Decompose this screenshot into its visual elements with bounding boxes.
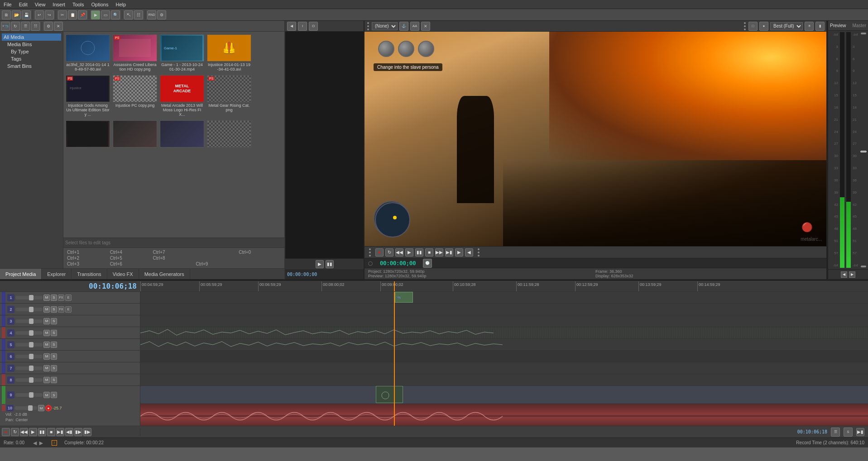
timeline-end-btn[interactable]: ▮▶ [83,428,91,436]
track-6-clip[interactable]: 📹 [395,292,413,303]
menu-tools[interactable]: Tools [69,1,88,8]
select-tool[interactable]: ▭ [101,10,110,19]
timeline-snap-to-btn[interactable]: S [844,428,853,437]
master-fader-bottom[interactable] [861,266,866,267]
trim-out-btn[interactable]: O [309,22,318,31]
trim-prev-btn[interactable]: ◀ [287,22,296,31]
snap-btn[interactable]: ⛏ [124,10,133,19]
track-mute-7[interactable]: M [43,365,50,371]
preview-aa-btn[interactable]: AA [410,22,419,31]
tab-explorer[interactable]: Explorer [42,269,72,279]
media-item[interactable] [206,119,252,149]
track-solo-5[interactable]: S [51,342,57,348]
media-close-btn[interactable]: ✕ [54,22,63,31]
timeline-pause-btn[interactable]: ▮▮ [38,428,46,436]
tab-media-generators[interactable]: Media Generators [139,269,190,279]
media-item[interactable]: PS Injustice Injustice Gods Among Us Ult… [65,74,110,118]
track-solo-8[interactable]: S [51,377,57,383]
cut-button[interactable]: ✂ [58,10,67,19]
tab-video-fx[interactable]: Video FX [107,269,139,279]
media-item[interactable] [112,119,158,149]
grid-btn[interactable]: ☷ [134,10,143,19]
media-item[interactable]: ac3hd_32 2014-01-14 18-49-57-80.avi [65,33,110,72]
media-item[interactable]: PS Injustice PC copy.png [112,74,158,118]
trim-in-btn[interactable]: I [298,22,307,31]
media-item[interactable]: 🦺 Injustice 2014-01-13 19-34-41-03.avi [206,33,252,72]
track-9-clip[interactable] [376,386,403,403]
cursor-tool[interactable]: ▶ [91,10,100,19]
bin-by-type[interactable]: By Type [2,48,61,55]
track-fader-4[interactable] [15,331,43,335]
master-fader-handle[interactable] [860,151,867,152]
preview-none-select[interactable]: (None) [372,22,398,30]
track-2-content[interactable] [140,304,868,315]
bin-tags[interactable]: Tags [2,55,61,62]
track-env-btn-1[interactable]: E [65,295,72,301]
track-mute-9[interactable]: M [43,392,50,398]
track-solo-1[interactable]: S [51,295,57,301]
paste-button[interactable]: 📌 [78,10,87,19]
track-fader-2[interactable] [15,308,43,311]
preview-split-btn[interactable]: ▮ [815,22,825,31]
media-item[interactable] [65,119,110,149]
prev-pause-btn[interactable]: ▮▮ [415,248,423,257]
track-mute-4[interactable]: M [43,330,50,336]
track-mute-6[interactable]: M [43,353,50,360]
preview-quality-select[interactable]: Best (Full) [770,22,803,30]
preview-close-x-btn[interactable]: ✕ [421,22,430,31]
track-1-content[interactable] [140,292,868,304]
media-refresh-btn[interactable]: ↻ [11,22,20,31]
properties-btn[interactable]: ⚙ [157,10,166,19]
track-6-content[interactable]: 📹 [140,351,868,362]
timeline-scroll-end-btn[interactable]: ▶▮ [856,428,864,436]
track-env-btn-2[interactable]: E [65,306,72,313]
media-props-btn[interactable]: ⚙ [44,22,53,31]
preview-sync-btn[interactable]: ⚓ [399,22,408,31]
menu-file[interactable]: File [0,1,15,8]
timeline-prev-mark-btn[interactable]: ◀▮ [65,428,73,436]
track-solo-9[interactable]: S [51,392,57,398]
prev-rec-btn[interactable]: ● [375,248,384,257]
track-solo-3[interactable]: S [51,318,57,324]
prev-rewind-btn[interactable]: ◀◀ [395,248,403,257]
track-fader-7[interactable] [15,366,43,370]
prev-next-frame-btn[interactable]: ▶ [455,248,463,257]
media-item[interactable]: PS Assassins Creed Liberation HD copy.pn… [112,33,158,72]
track-fader-8[interactable] [15,378,43,382]
track-mute-3[interactable]: M [43,318,50,324]
track-fader-3[interactable] [15,319,43,323]
prev-play-btn[interactable]: ▶ [405,248,413,257]
track-4-content[interactable] [140,327,868,339]
import-btn[interactable]: +📹 [1,22,10,31]
save-button[interactable]: 💾 [22,10,31,19]
track-rec-10[interactable]: ● [45,405,52,411]
timeline-play-btn[interactable]: ▶ [29,428,37,436]
trim-stop-btn[interactable]: ▮▮ [326,260,334,268]
prev-stop-btn[interactable]: ■ [425,248,433,257]
track-7-content[interactable] [140,362,868,374]
trim-play-btn[interactable]: ▶ [316,260,324,268]
track-solo-7[interactable]: S [51,365,57,371]
preview-fullscreen-btn[interactable]: ☀ [805,22,814,31]
track-3-content[interactable] [140,315,868,327]
track-solo-2[interactable]: S [51,306,57,313]
track-mute-1[interactable]: M [43,295,50,301]
timeline-next-btn[interactable]: ▶▮ [56,428,64,436]
copy-button[interactable]: 📋 [68,10,77,19]
preview-rec-btn[interactable]: ● [759,22,768,31]
prev-loop-btn[interactable]: ↻ [385,248,393,257]
menu-view[interactable]: View [31,1,49,8]
track-solo-6[interactable]: S [51,353,57,360]
meter-scroll-left[interactable]: ◀ [841,271,847,278]
timeline-timecode-format-btn[interactable]: ☰ [831,428,840,437]
timeline-rewind-btn[interactable]: ◀◀ [20,428,28,436]
track-mute-5[interactable]: M [43,342,50,348]
track-5-content[interactable] [140,339,868,351]
bin-media-bins[interactable]: Media Bins [2,41,61,48]
menu-options[interactable]: Options [88,1,112,8]
prev-skip-end-btn[interactable]: ▶▮ [445,248,453,257]
track-mute-2[interactable]: M [43,306,50,313]
track-10-content[interactable] [140,404,868,426]
tab-transitions[interactable]: Transitions [72,269,107,279]
prev-prev-frame-btn[interactable]: ◀ [465,248,473,257]
